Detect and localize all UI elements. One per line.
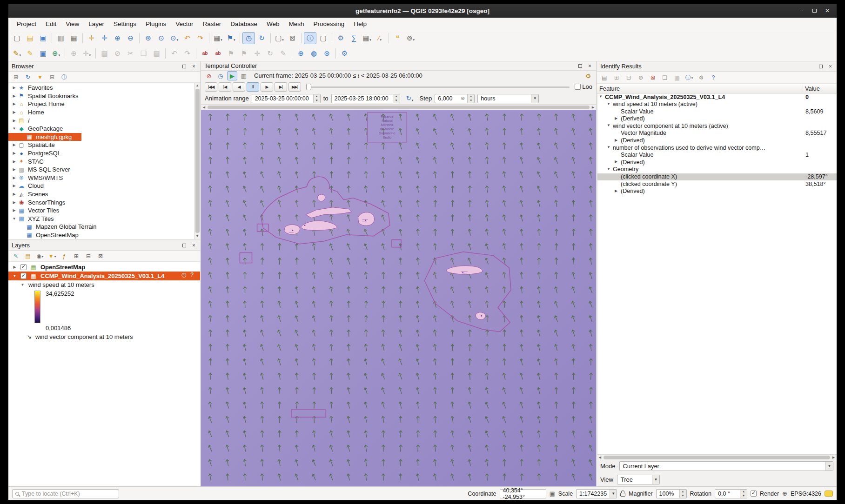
pan-to-selection-button[interactable]: ✛ (98, 32, 111, 44)
select-by-value-button[interactable]: ▢ (317, 32, 329, 44)
spin-buttons[interactable]: ▲▼ (679, 490, 686, 498)
play-forward-button[interactable]: ▶ (261, 82, 273, 92)
browser-item-favorites[interactable]: ▶★Favorites (8, 84, 200, 92)
identify-mode-icon[interactable]: ⓘ▾ (684, 73, 694, 82)
pan-map-button[interactable]: ✛ (85, 32, 98, 44)
show-layout-manager-button[interactable]: ▦ (67, 32, 80, 44)
temporal-close-button[interactable]: ✕ (587, 63, 593, 69)
browser-item-wms-wmts[interactable]: ▶⊕WMS/WMTS (8, 174, 200, 182)
current-edits-button[interactable]: ✎▾ (11, 47, 23, 60)
previous-frame-button[interactable]: |◀ (219, 82, 231, 92)
filter-browser-icon[interactable]: ▼ (35, 73, 45, 82)
browser-item-[interactable]: ▶▤/ (8, 116, 200, 125)
refresh-map-button[interactable]: ↻ (255, 32, 268, 44)
layer-item-ccmp-wind[interactable]: ▼ ▦ CCMP_Wind_Analysis_20250325_V03.1_L4… (8, 272, 200, 280)
expander-icon[interactable]: ▼ (607, 145, 610, 149)
skip-to-start-button[interactable]: |◀◀ (205, 82, 217, 92)
layer-item-openstreetmap[interactable]: ▶ ▦ OpenStreetMap (8, 263, 200, 272)
rotate-label-button[interactable]: ↻ (264, 47, 276, 60)
menu-database[interactable]: Database (226, 19, 262, 29)
browser-item-vector-tiles[interactable]: ▶▦Vector Tiles (8, 206, 200, 215)
spin-buttons[interactable]: ▲▼ (313, 94, 320, 103)
browser-item-stac[interactable]: ▶✦STAC (8, 157, 200, 166)
identify-row-scalar-value[interactable]: Scalar Value1 (597, 152, 837, 159)
new-map-view-button[interactable]: ▦▾ (212, 32, 224, 44)
statistics-button[interactable]: ∑ (348, 32, 360, 44)
expander-icon[interactable]: ▶ (11, 94, 17, 98)
add-group-icon[interactable]: ▤ (23, 252, 33, 261)
zoom-out-button[interactable]: ⊖ (124, 32, 137, 44)
identify-row-derived[interactable]: ▶(Derived) (597, 115, 837, 123)
layer-diagram-button[interactable]: ab (212, 47, 224, 60)
copy-features-button[interactable]: ❏ (137, 47, 150, 60)
filter-legend-icon[interactable]: ▼▾ (47, 252, 57, 261)
layers-float-button[interactable] (181, 242, 187, 248)
scroll-left-icon[interactable]: ◀ (597, 456, 603, 459)
menu-view[interactable]: View (61, 19, 84, 29)
browser-item-geopackage[interactable]: ▼◆GeoPackage (8, 125, 200, 133)
rotation-spinbox[interactable]: 0,0 ° ▲▼ (715, 489, 747, 498)
temporal-hscrollbar[interactable]: ◀ ▶ (201, 104, 596, 110)
map-canvas[interactable]: Reserva Natural Marinha do Monte Submari… (201, 110, 596, 486)
add-feature-button[interactable]: ⊕ (67, 47, 80, 60)
browser-item-spatialite[interactable]: ▶▢SpatiaLite (8, 141, 200, 149)
deselect-features-button[interactable]: ⊠ (286, 32, 299, 44)
identify-row-vector-magnitude[interactable]: Vector Magnitude8,55517 (597, 130, 837, 137)
maximize-button[interactable] (810, 6, 819, 15)
menu-mesh[interactable]: Mesh (284, 19, 309, 29)
temporal-nav-off-button[interactable]: ⊘ (204, 71, 214, 80)
menu-plugins[interactable]: Plugins (141, 19, 171, 29)
expander-icon[interactable]: ▶ (11, 192, 17, 196)
expander-icon[interactable]: ▶ (11, 119, 17, 123)
zoom-next-button[interactable]: ↷ (194, 32, 207, 44)
scroll-up-icon[interactable]: ▲ (196, 83, 199, 88)
modify-attributes-button[interactable]: ▤ (98, 47, 111, 60)
scale-combo[interactable]: 1:1742235 ▼ (576, 489, 617, 498)
expander-icon[interactable]: ▶ (615, 159, 617, 164)
scroll-right-icon[interactable]: ▶ (590, 106, 596, 109)
browser-item-sensorthings[interactable]: ▶◉SensorThings (8, 198, 200, 206)
identify-row-clicked-coordinate-y[interactable]: (clicked coordinate Y)38,518° (597, 180, 837, 188)
browser-item-home[interactable]: ▶⌂Home (8, 108, 200, 117)
vertex-tool-button[interactable]: ✛▾ (80, 47, 93, 60)
identify-row-derived[interactable]: ▶(Derived) (597, 188, 837, 195)
skip-to-end-button[interactable]: ▶▶| (288, 82, 301, 92)
open-layer-styling-icon[interactable]: ✎ (11, 252, 21, 261)
titlebar[interactable]: getfeatureinfo2 — QGIS 0293fe42e29 [osge… (8, 4, 837, 18)
expander-icon[interactable]: ▶ (11, 86, 17, 90)
identify-row-scalar-value[interactable]: Scalar Value8,5609 (597, 108, 837, 115)
processing-toolbox-button[interactable]: ⚙ (338, 47, 351, 60)
collapse-all-icon[interactable]: ⊟ (47, 73, 57, 82)
menu-processing[interactable]: Processing (309, 19, 349, 29)
epsg-button[interactable]: EPSG:4326 (791, 491, 821, 497)
expander-icon[interactable]: ▶ (11, 159, 17, 164)
spin-buttons[interactable]: ▲▼ (467, 94, 474, 103)
geometry-checker-button[interactable]: ◍ (308, 47, 320, 60)
extents-icon[interactable]: ▣ (550, 491, 555, 497)
topology-checker-button[interactable]: ⊛ (321, 47, 333, 60)
save-edits-button[interactable]: ▣ (37, 47, 49, 60)
highlight-labels-button[interactable]: ⚑ (238, 47, 250, 60)
browser-item-meshgfi-gpkg[interactable]: ▦meshgfi.gpkg (8, 133, 81, 141)
identify-row-wind-speed-at-10-meters-active[interactable]: ▼wind speed at 10 meters (active) (597, 101, 837, 108)
expander-icon[interactable]: ▶ (11, 176, 17, 180)
expander-icon[interactable]: ▶ (11, 167, 17, 172)
identify-features-button[interactable]: ⓘ (304, 32, 316, 44)
collapse-tree-icon[interactable]: ⊟ (624, 73, 634, 82)
legend-item-wind-vector[interactable]: ↘ wind vector component at 10 meters (8, 332, 200, 341)
identify-row-wind-vector-component-at-10-meters-active[interactable]: ▼wind vector component at 10 meters (act… (597, 122, 837, 130)
expander-icon[interactable]: ▼ (20, 283, 26, 287)
expander-icon[interactable]: ▶ (11, 143, 17, 147)
remove-layer-icon[interactable]: ⊠ (95, 252, 106, 261)
toggle-editing-button[interactable]: ✎ (24, 47, 36, 60)
measure-button[interactable]: ∕▾ (374, 32, 386, 44)
new-print-layout-button[interactable]: ▥ (54, 32, 67, 44)
browser-item-scenes[interactable]: ▶◭Scenes (8, 190, 200, 199)
temporal-settings-button[interactable]: ⚙ (583, 71, 593, 80)
step-input[interactable]: 6,000 ⊗ ▲▼ (435, 94, 475, 103)
menu-settings[interactable]: Settings (109, 19, 141, 29)
layer-visibility-checkbox[interactable] (20, 273, 27, 279)
refresh-browser-icon[interactable]: ↻ (23, 73, 33, 82)
mode-combo[interactable]: Current Layer ▼ (619, 461, 833, 471)
clear-icon[interactable]: ⊗ (461, 95, 465, 101)
